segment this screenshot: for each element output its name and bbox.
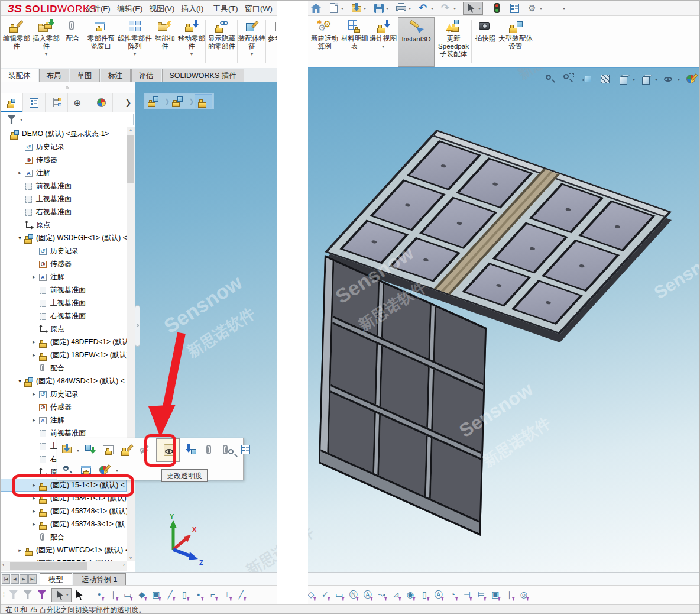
tree-item[interactable]: ↺历史记录	[1, 244, 127, 257]
breadcrumb[interactable]: ❯❯	[144, 93, 214, 109]
context-isolate-button[interactable]	[101, 443, 115, 457]
quickbar-save[interactable]: ▾	[373, 2, 388, 15]
tree-expand-arrow[interactable]: ▸	[30, 417, 38, 423]
selection-filter-8[interactable]: ⌐	[206, 589, 219, 602]
scroll-up-arrow[interactable]: ˄	[127, 128, 135, 133]
context-fix-button[interactable]	[184, 443, 198, 457]
save-caret[interactable]: ▾	[386, 6, 388, 11]
tab-nav-1[interactable]: ◀	[11, 574, 19, 584]
ribbon-button-preview-window[interactable]: 零部件预览窗口	[85, 17, 118, 67]
selection-filter-r11[interactable]: ◔	[446, 589, 459, 602]
selection-filter-7[interactable]: ▪	[192, 589, 205, 602]
tree-item[interactable]: 上视基准面	[1, 296, 127, 309]
ribbon-button-insert-component[interactable]: 插入零部件▾	[31, 17, 61, 67]
quickbar-open[interactable]: ▾	[351, 2, 366, 15]
tree-expand-arrow[interactable]: ▸	[30, 274, 38, 280]
scroll-right-arrow[interactable]: ›	[123, 562, 125, 568]
selection-filter-r2[interactable]: ✓	[319, 589, 332, 602]
tree-item[interactable]: ▸(固定) 48DFED<1> (默认	[1, 335, 127, 348]
tree-item[interactable]: 右视基准面	[1, 205, 127, 218]
ribbon-button-smart-fasteners[interactable]: 智能扣件	[152, 17, 178, 67]
panel-tab-featuremanager[interactable]	[1, 93, 23, 112]
view-orientation-caret[interactable]: ▾	[633, 77, 635, 82]
print-caret[interactable]: ▾	[409, 6, 411, 11]
tab-标注[interactable]: 标注	[101, 69, 131, 82]
tab-布局[interactable]: 布局	[39, 69, 69, 82]
tree-item[interactable]: 前视基准面	[1, 283, 127, 296]
cursor-caret[interactable]: ▾	[66, 592, 69, 597]
quickbar-print[interactable]: ▾	[396, 2, 411, 15]
linear-pattern-caret[interactable]: ▾	[118, 50, 152, 58]
toolbar-overflow-caret[interactable]: ▾	[563, 6, 565, 11]
tree-expand-arrow[interactable]: ▸	[30, 391, 38, 397]
panel-top-splitter[interactable]	[1, 82, 135, 93]
selection-filter-r3[interactable]: ▭	[333, 589, 346, 602]
selection-filter-5[interactable]: ╱	[164, 589, 177, 602]
selection-filter-r4[interactable]: Ⓝ	[347, 589, 360, 602]
tree-expand-arrow[interactable]: ▾	[16, 378, 24, 384]
panel-tab-configurationmanager[interactable]	[46, 93, 68, 112]
scroll-thumb[interactable]	[127, 135, 134, 183]
context-edit-part-button[interactable]	[119, 443, 134, 457]
tab-nav-2[interactable]: ▶	[20, 574, 28, 584]
headsup-section-view-button[interactable]	[598, 72, 612, 86]
tree-item[interactable]: ▸↺历史记录	[1, 387, 127, 400]
move-component-caret[interactable]: ▾	[178, 50, 205, 58]
tree-expand-arrow[interactable]: ▸	[16, 547, 24, 553]
breadcrumb-part[interactable]	[195, 94, 212, 108]
panel-tab-expand[interactable]: ❯	[122, 93, 135, 112]
ribbon-button-speedpak[interactable]: !更新 Speedpak 子装配体	[436, 17, 471, 67]
scroll-thumb[interactable]	[10, 562, 87, 570]
tree-item[interactable]: 上视基准面	[1, 192, 127, 205]
filter-toggle-1[interactable]	[24, 590, 32, 599]
quickbar-select-cursor[interactable]: ▾	[463, 2, 483, 15]
selection-filter-r5[interactable]: Ⓐ	[361, 589, 374, 602]
bottom-tab-model[interactable]: 模型	[40, 573, 72, 585]
ribbon-button-exploded-view[interactable]: 爆炸视图▾	[370, 17, 397, 67]
context-component-properties-button[interactable]	[239, 443, 253, 457]
selection-filter-r6[interactable]: ↝	[375, 589, 388, 602]
panel-tab-propertymanager[interactable]	[23, 93, 46, 112]
tab-评估[interactable]: 评估	[131, 69, 161, 82]
selection-filter-6[interactable]: ▯	[178, 589, 191, 602]
tree-item[interactable]: 传感器	[1, 153, 127, 166]
headsup-zoom-to-fit-button[interactable]	[543, 72, 558, 86]
selection-filter-9[interactable]: ⌶	[221, 589, 234, 602]
insert-component-caret[interactable]: ▾	[31, 50, 61, 58]
breadcrumb-assembly[interactable]	[146, 94, 164, 108]
select-tool-button[interactable]: ▾	[51, 588, 72, 602]
panel-tab-displaymanager[interactable]	[90, 93, 113, 112]
display-style-caret[interactable]: ▾	[655, 77, 657, 82]
tree-item[interactable]: 配合	[1, 531, 127, 544]
ribbon-button-motion-study[interactable]: ⚙⚙✱新建运动算例	[309, 17, 340, 67]
menu-item-2[interactable]: 编辑(E)	[117, 4, 142, 14]
tree-item[interactable]: ▸(固定) DEFDEC-1 (默认)	[1, 557, 127, 561]
menu-item-5[interactable]: 工具(T)	[213, 4, 238, 14]
selection-filter-r16[interactable]: ◎	[517, 589, 530, 602]
selection-filter-r10[interactable]: Ⓐ	[432, 589, 445, 602]
tree-item[interactable]: ▸(固定) WEWFGD<1> (默认) <	[1, 544, 127, 557]
appearance-caret[interactable]: ▾	[116, 468, 118, 473]
quickbar-interference-check[interactable]	[491, 2, 503, 15]
tree-item[interactable]: ▸A注解	[1, 413, 127, 426]
selection-filter-r12[interactable]: ⊣	[461, 589, 474, 602]
ribbon-button-instant3d[interactable]: Instant3D	[398, 17, 435, 67]
filter-toggle-0[interactable]	[9, 590, 18, 599]
tree-item[interactable]: ▸(固定) 458748-3<1> (默	[1, 518, 127, 531]
filter-caret[interactable]: ▾	[20, 117, 22, 122]
tree-expand-arrow[interactable]: ▸	[30, 339, 38, 345]
selection-filter-2[interactable]: ▭	[121, 589, 134, 602]
panel-tab-dimxpertmanager[interactable]: ⊕	[68, 93, 90, 112]
advanced-select-button[interactable]	[74, 589, 86, 601]
context-open-button[interactable]	[61, 443, 75, 457]
selection-filter-r14[interactable]: ▣	[489, 589, 502, 602]
ribbon-button-bom[interactable]: 材料明细表	[340, 17, 370, 67]
tree-item[interactable]: ▾(固定) 484WSD<1> (默认) <	[1, 374, 127, 387]
ribbon-button-assembly-features[interactable]: 装配体特征▾	[238, 17, 265, 67]
tree-item[interactable]: ▸A注解	[1, 270, 127, 283]
selection-filter-10[interactable]: ╱	[235, 589, 248, 602]
tree-expand-arrow[interactable]: ▸	[30, 508, 38, 514]
exploded-view-caret[interactable]: ▾	[370, 43, 397, 50]
context-mates-button[interactable]	[202, 443, 216, 457]
tree-expand-arrow[interactable]: ▸	[16, 170, 24, 176]
